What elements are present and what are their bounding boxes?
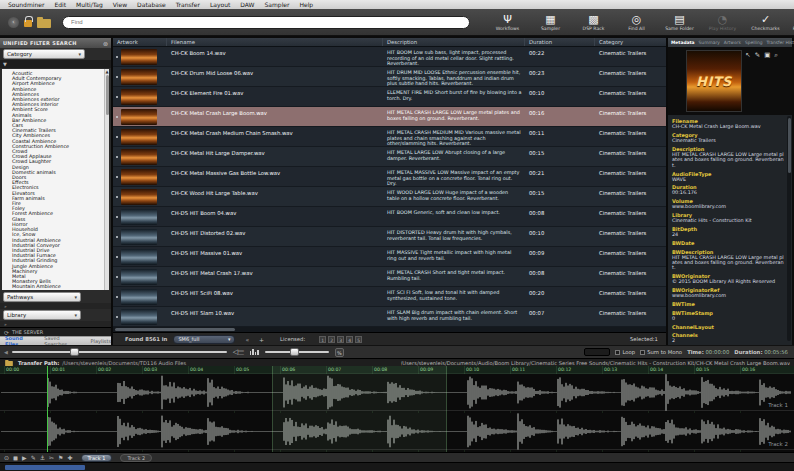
add-icon[interactable]: + [259, 336, 264, 343]
magnifier-icon[interactable]: ⌕ [774, 51, 778, 59]
folder-icon[interactable] [37, 19, 51, 28]
menu-item-help[interactable]: Help [300, 1, 314, 8]
skip-start-icon[interactable]: « [245, 336, 249, 343]
move-icon[interactable]: ↖ [745, 51, 750, 59]
volume-slider[interactable] [12, 351, 227, 353]
menu-item-soundminer[interactable]: Soundminer [8, 1, 44, 8]
back-button[interactable]: ‹ [8, 17, 19, 28]
field-value[interactable]: WAVE [672, 177, 784, 182]
library-dropdown[interactable]: Library ▾ [3, 310, 81, 320]
menu-item-edit[interactable]: Edit [54, 1, 66, 8]
table-row[interactable]: CH-DS HIT Distorted 02.wavHIT DISTORTED … [113, 227, 666, 247]
metadata-tab-metadata[interactable]: Metadata [671, 40, 695, 45]
field-value[interactable]: 2 [672, 338, 784, 343]
menu-item-layout[interactable]: Layout [210, 1, 230, 8]
toolbar-button-filter-browser[interactable]: ⅢFilter Browser [789, 14, 794, 31]
field-value[interactable]: CH-CK Metal Crash Large Boom.wav [672, 124, 784, 129]
table-row[interactable]: CH-CK Boom 14.wavHIT BOOM Low sub bass, … [113, 47, 666, 67]
licensed-slot-5[interactable]: 5 [355, 336, 362, 343]
pitch-slider[interactable] [265, 351, 329, 353]
menu-item-multi-tag[interactable]: Multi/Tag [76, 1, 103, 8]
category-dropdown[interactable]: Category ▾ [3, 49, 85, 59]
table-row[interactable]: CH-DS HIT SciFi 08.wavHIT SCI FI Soft, l… [113, 287, 666, 307]
field-value[interactable]: HIT METAL CRASH LARGE LOW Large metal pl… [672, 255, 784, 271]
sidebar-tab-playlists[interactable]: Playlists [91, 338, 111, 344]
toolbar-button-find-all[interactable]: ◎Find All [617, 14, 656, 31]
search-input[interactable] [62, 16, 470, 29]
sidebar-search-row[interactable]: ▼ [0, 60, 111, 68]
toolbar-button-same-folder[interactable]: ▤Same Folder [660, 14, 699, 31]
table-row[interactable]: CH-CK Drum Mid Loose 06.wavHIT DRUM MID … [113, 67, 666, 87]
licensed-slot-1[interactable]: 1 [319, 336, 326, 343]
flag-icon[interactable]: ⚑ [58, 454, 63, 461]
category-scrollbar[interactable]: ▲ [104, 69, 109, 290]
pencil-icon[interactable]: ✎ [755, 51, 760, 59]
field-value[interactable]: HIT METAL CRASH LARGE LOW Large metal pl… [672, 152, 784, 168]
licensed-slot-4[interactable]: 4 [346, 336, 353, 343]
play-icon[interactable]: ▶ [22, 454, 27, 461]
sum-to-mono-toggle[interactable]: Sum to Mono [640, 349, 682, 355]
column-header-duration[interactable]: Duration [525, 38, 595, 46]
track-button-track-1[interactable]: Track 1 [81, 454, 113, 462]
field-value[interactable]: 24 [672, 232, 784, 237]
field-value[interactable]: © 2015 BOOM Library All Rights Reserved [672, 279, 784, 284]
menu-item-daw[interactable]: DAW [240, 1, 254, 8]
playhead[interactable] [47, 366, 48, 452]
field-value[interactable]: 0 [672, 316, 784, 321]
plus-icon[interactable]: ✚ [67, 454, 72, 461]
waveform-selection[interactable] [272, 366, 447, 452]
timecode-box[interactable] [5, 465, 85, 470]
menu-item-database[interactable]: Database [137, 1, 166, 8]
field-value[interactable]: Cinematic Trailers [672, 138, 784, 143]
field-value[interactable]: 00:16.176 [672, 190, 784, 195]
gear-icon[interactable]: ⊛ [103, 40, 108, 47]
column-header-artwork[interactable]: Artwork [113, 38, 167, 46]
table-row[interactable]: CH-DS HIT Massive 01.wavHIT MASSIVE Tigh… [113, 247, 666, 267]
padlock-icon[interactable]: ▣ [764, 51, 770, 59]
toolbar-button-checkmarks[interactable]: ✓Checkmarks [746, 14, 785, 31]
scroll-left-icon[interactable]: ◀ [4, 349, 8, 355]
metadata-tab-summary[interactable]: Summary [699, 40, 720, 45]
table-row[interactable]: CH-CK Wood Hit Large Table.wavHIT WOOD L… [113, 187, 666, 207]
power-icon[interactable]: ⊙ [4, 454, 9, 461]
sum-checkbox[interactable] [640, 350, 645, 355]
field-value[interactable]: Cinematic Hits - Construction Kit [672, 218, 784, 223]
anchor-icon[interactable]: ⚓ [40, 454, 45, 461]
table-row[interactable]: CH-CK Metal Hit Large Damper.wavHIT META… [113, 147, 666, 167]
metadata-tab-transfer-history[interactable]: Transfer History [766, 40, 794, 45]
menu-item-sampler[interactable]: Sampler [265, 1, 290, 8]
loop-toggle[interactable]: Loop [615, 349, 635, 355]
lock-icon[interactable] [24, 20, 32, 27]
field-value[interactable]: www.boomlibrary.com [672, 293, 784, 298]
percent-button[interactable]: % [335, 348, 344, 357]
table-row[interactable]: CH-DS HIT Metal Crash 17.wavHIT METAL CR… [113, 267, 666, 287]
transfer-path-value[interactable]: /Users/stevenleis/Documents/TD116 Audio … [62, 360, 186, 366]
table-row[interactable]: CH-CK Metal Crash Medium Chain Smash.wav… [113, 127, 666, 147]
track-button-track-2[interactable]: Track 2 [120, 454, 152, 462]
table-row[interactable]: CH-DS HIT Slam 10.wavHIT SLAM Big drum i… [113, 307, 666, 327]
table-row[interactable]: CH-CK Metal Crash Large Boom.wavHIT META… [113, 107, 666, 127]
column-header-description[interactable]: Description [383, 38, 525, 46]
speed-value-box[interactable] [584, 348, 610, 356]
stop-icon[interactable]: ◼ [13, 454, 18, 461]
field-value[interactable]: www.boomlibrary.com [672, 204, 784, 209]
menu-item-transfer[interactable]: Transfer [176, 1, 200, 8]
pencil-icon[interactable]: ✎ [31, 454, 36, 461]
waveform-editor[interactable]: 00:0000:0100:0200:0300:0400:0500:0600:07… [0, 366, 794, 452]
table-row[interactable]: CH-CK Element Fire 01.wavELEMENT FIRE MI… [113, 87, 666, 107]
licensed-slot-3[interactable]: 3 [337, 336, 344, 343]
scroll-up-icon[interactable]: ▲ [105, 69, 109, 74]
scissors-icon[interactable]: ✂ [49, 454, 54, 461]
expand-icon[interactable]: » [4, 304, 7, 309]
toolbar-button-workflows[interactable]: ΨWorkflows [488, 14, 527, 31]
menu-item-view[interactable]: View [113, 1, 127, 8]
toolbar-button-dsp-rack[interactable]: ▩DSP Rack [574, 14, 613, 31]
loop-checkbox[interactable] [615, 350, 620, 355]
pathways-dropdown[interactable]: Pathways ▾ [3, 292, 81, 302]
eq-icon[interactable] [250, 349, 259, 355]
metadata-tab-artwork[interactable]: Artwork [724, 40, 741, 45]
column-header-filename[interactable]: Filename [167, 38, 383, 46]
expand-icon[interactable]: » [4, 322, 7, 327]
horizontal-scrollbar[interactable] [113, 327, 666, 332]
table-row[interactable]: CH-DS HIT Boom 04.wavHIT BOOM Generic, s… [113, 207, 666, 227]
